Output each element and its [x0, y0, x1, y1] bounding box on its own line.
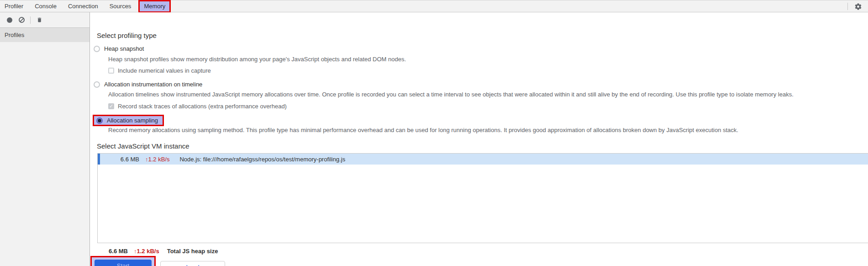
devtools-memory-panel: Profiler Console Connection Sources Memo…	[0, 0, 868, 266]
tab-bar: Profiler Console Connection Sources Memo…	[0, 0, 868, 12]
option-label: Allocation instrumentation on timeline	[104, 81, 202, 88]
checkbox-label: Record stack traces of allocations (extr…	[118, 103, 287, 110]
record-icon	[7, 17, 12, 23]
trash-icon	[37, 16, 42, 23]
start-button[interactable]: Start	[95, 260, 152, 266]
total-heap-size: 6.6 MB	[97, 248, 128, 255]
clear-all-button[interactable]	[16, 14, 27, 26]
memory-panel-content: Select profiling type Heap snapshot Heap…	[90, 12, 868, 266]
option-description: Heap snapshot profiles show memory distr…	[108, 56, 406, 63]
tab-sources[interactable]: Sources	[110, 2, 132, 11]
vm-instance-list: 6.6 MB ↑1.2 kB/s Node.js: file:///home/r…	[97, 153, 868, 243]
gear-icon[interactable]	[854, 3, 862, 11]
tab-memory[interactable]: Memory	[138, 0, 171, 13]
option-heap-snapshot[interactable]: Heap snapshot	[94, 45, 144, 52]
vm-instance-heading: Select JavaScript VM instance	[97, 142, 189, 150]
profiling-type-heading: Select profiling type	[97, 32, 157, 39]
profiles-section-header[interactable]: Profiles	[0, 28, 89, 42]
toolbar-divider	[847, 3, 848, 10]
vm-instance-name: Node.js: file:///home/rafaelgss/repos/os…	[179, 156, 345, 163]
include-numerical-values-checkbox-row[interactable]: Include numerical values in capture	[108, 67, 211, 74]
option-description: Allocation timelines show instrumented J…	[108, 91, 794, 98]
vm-heap-size: 6.6 MB	[111, 156, 139, 163]
tab-console[interactable]: Console	[35, 2, 57, 11]
heap-total-summary: 6.6 MB ↑1.2 kB/s Total JS heap size	[97, 248, 218, 255]
vm-allocation-rate: ↑1.2 kB/s	[145, 156, 169, 163]
record-stack-traces-checkbox-row[interactable]: ✓ Record stack traces of allocations (ex…	[108, 103, 287, 110]
radio-allocation-sampling[interactable]	[96, 117, 103, 124]
block-icon	[19, 17, 25, 23]
record-button[interactable]	[4, 14, 16, 26]
checkbox-record-stack-traces[interactable]: ✓	[108, 103, 114, 109]
profiles-label: Profiles	[5, 32, 24, 38]
total-heap-label: Total JS heap size	[167, 248, 218, 255]
checkbox-label: Include numerical values in capture	[118, 67, 211, 74]
radio-allocation-instrumentation[interactable]	[94, 81, 100, 88]
start-button-annotation: Start	[90, 256, 156, 266]
tab-profiler[interactable]: Profiler	[5, 2, 23, 11]
profiles-sidebar: Profiles	[0, 12, 90, 266]
toolbar-divider	[30, 16, 31, 24]
tab-connection[interactable]: Connection	[68, 2, 98, 11]
radio-heap-snapshot[interactable]	[94, 46, 100, 52]
tabbar-right-controls	[847, 0, 868, 12]
vm-instance-row[interactable]: 6.6 MB ↑1.2 kB/s Node.js: file:///home/r…	[98, 154, 868, 165]
option-allocation-instrumentation[interactable]: Allocation instrumentation on timeline	[94, 81, 202, 88]
total-allocation-rate: ↑1.2 kB/s	[134, 248, 159, 255]
option-allocation-sampling-highlighted[interactable]: Allocation sampling	[93, 115, 164, 126]
delete-button[interactable]	[33, 14, 45, 26]
checkbox-include-numerical-values[interactable]	[108, 68, 114, 74]
option-description: Record memory allocations using sampling…	[108, 127, 738, 133]
option-label: Allocation sampling	[107, 117, 158, 124]
profiles-toolbar	[0, 12, 89, 28]
option-label: Heap snapshot	[104, 45, 144, 52]
load-button[interactable]: Load	[160, 261, 225, 266]
